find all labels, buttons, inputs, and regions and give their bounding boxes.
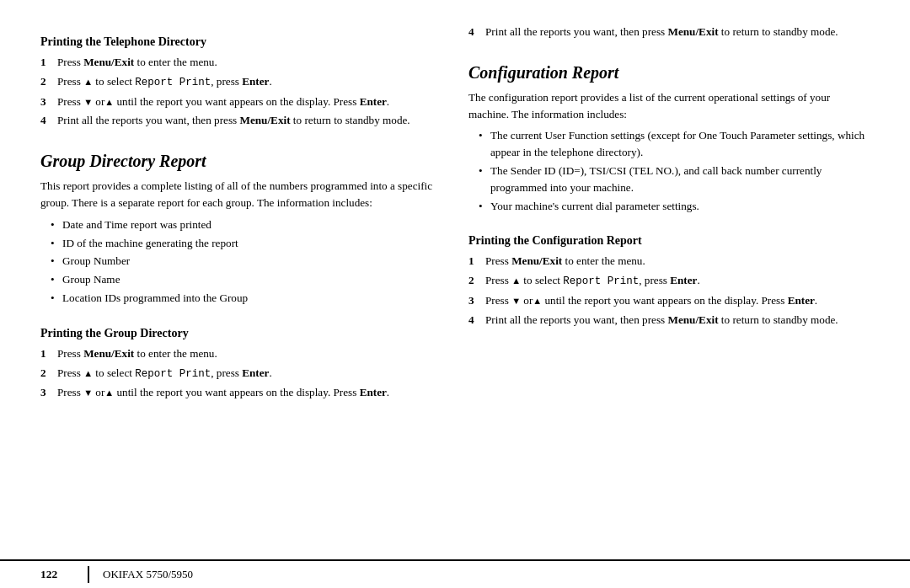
step-2-tel: 2 Press to select Report Print, press En… [40, 73, 442, 91]
telephone-directory-steps: 1 Press Menu/Exit to enter the menu. 2 P… [40, 54, 442, 131]
group-directory-bullets: Date and Time report was printed ID of t… [51, 216, 442, 308]
bullet-sender-id: The Sender ID (ID=), TSI/CSI (TEL NO.), … [479, 163, 870, 196]
step4-top: 4 Print all the reports you want, then p… [468, 24, 870, 43]
bullet-datetime: Date and Time report was printed [51, 216, 442, 233]
step-4-tel: 4 Print all the reports you want, then p… [40, 112, 442, 129]
bullet-groupname: Group Name [51, 271, 442, 288]
down-arrow-icon-grp [83, 386, 93, 398]
config-report-heading: Configuration Report [468, 63, 870, 83]
group-directory-steps: 1 Press Menu/Exit to enter the menu. 2 P… [40, 345, 442, 404]
up-arrow-icon-cfg [511, 274, 521, 286]
step-3-cfg: 3 Press or until the report you want app… [468, 292, 870, 309]
config-report-steps: 1 Press Menu/Exit to enter the menu. 2 P… [468, 253, 870, 330]
content-area: Printing the Telephone Directory 1 Press… [0, 0, 910, 559]
step-4-top: 4 Print all the reports you want, then p… [468, 24, 870, 40]
up-arrow-icon-cfg2 [533, 294, 542, 307]
page-number: 122 [40, 568, 74, 581]
bullet-groupnum: Group Number [51, 253, 442, 270]
step-1-cfg: 1 Press Menu/Exit to enter the menu. [468, 253, 870, 270]
step-1-tel: 1 Press Menu/Exit to enter the menu. [40, 54, 442, 71]
down-arrow-icon-cfg [511, 294, 521, 307]
up-arrow-icon-grp2 [104, 386, 114, 398]
step-3-grp: 3 Press or until the report you want app… [40, 384, 442, 401]
step-4-cfg: 4 Print all the reports you want, then p… [468, 312, 870, 329]
step-2-cfg: 2 Press to select Report Print, press En… [468, 272, 870, 290]
left-column: Printing the Telephone Directory 1 Press… [40, 24, 442, 551]
footer: 122 OKIFAX 5750/5950 [0, 559, 910, 588]
group-directory-intro: This report provides a complete listing … [40, 178, 442, 211]
up-arrow-icon [83, 75, 93, 88]
step-3-tel: 3 Press or until the report you want app… [40, 94, 442, 110]
model-number: OKIFAX 5750/5950 [103, 568, 193, 581]
down-arrow-icon [83, 95, 93, 108]
bullet-id: ID of the machine generating the report [51, 235, 442, 252]
up-arrow-icon-grp [83, 366, 93, 379]
footer-divider [88, 566, 89, 583]
bullet-locationids: Location IDs programmed into the Group [51, 290, 442, 307]
page: Printing the Telephone Directory 1 Press… [0, 0, 910, 588]
step-1-grp: 1 Press Menu/Exit to enter the menu. [40, 345, 442, 362]
group-directory-heading: Group Directory Report [40, 152, 442, 171]
right-column: 4 Print all the reports you want, then p… [468, 24, 870, 551]
step-2-grp: 2 Press to select Report Print, press En… [40, 365, 442, 382]
bullet-dial-param: Your machine's current dial parameter se… [479, 198, 870, 215]
config-report-print-heading: Printing the Configuration Report [468, 234, 870, 248]
config-report-intro: The configuration report provides a list… [468, 89, 870, 123]
bullet-user-func: The current User Function settings (exce… [479, 127, 870, 161]
telephone-directory-heading: Printing the Telephone Directory [40, 35, 442, 49]
group-directory-print-heading: Printing the Group Directory [40, 327, 442, 340]
up-arrow-icon-2 [104, 95, 114, 108]
config-report-bullets: The current User Function settings (exce… [479, 127, 870, 216]
